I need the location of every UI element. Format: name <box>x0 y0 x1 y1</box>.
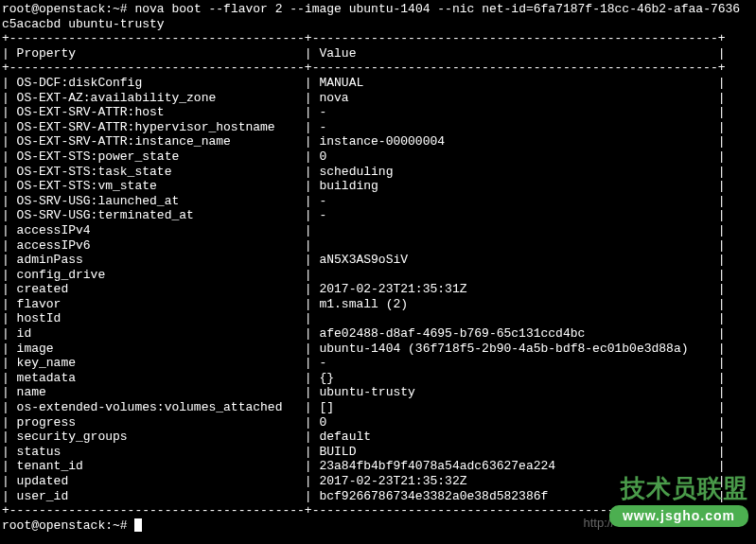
terminal-output: root@openstack:~# nova boot --flavor 2 -… <box>2 2 754 533</box>
table-header-row: | Property | Value | <box>2 46 726 61</box>
table-top-border: +---------------------------------------… <box>2 31 726 45</box>
table-header-border: +---------------------------------------… <box>2 61 726 75</box>
table-body: | OS-DCF:diskConfig | MANUAL | | OS-EXT-… <box>2 76 726 503</box>
watermark-cn-text: 技术员联盟 <box>609 474 748 503</box>
command-continuation: c5acacbd ubuntu-trusty <box>2 17 165 31</box>
header-value: Value <box>319 46 710 61</box>
prompt-line-2[interactable]: root@openstack:~# <box>2 518 142 533</box>
prompt-line: root@openstack:~# nova boot --flavor 2 -… <box>2 2 740 16</box>
watermark-domain-box: www.jsgho.com <box>609 505 748 527</box>
command-text: nova boot --flavor 2 --image ubuntu-1404… <box>134 2 740 16</box>
header-property: Property <box>17 46 297 61</box>
cursor <box>134 518 142 532</box>
watermark: 技术员联盟 www.jsgho.com <box>609 474 748 527</box>
